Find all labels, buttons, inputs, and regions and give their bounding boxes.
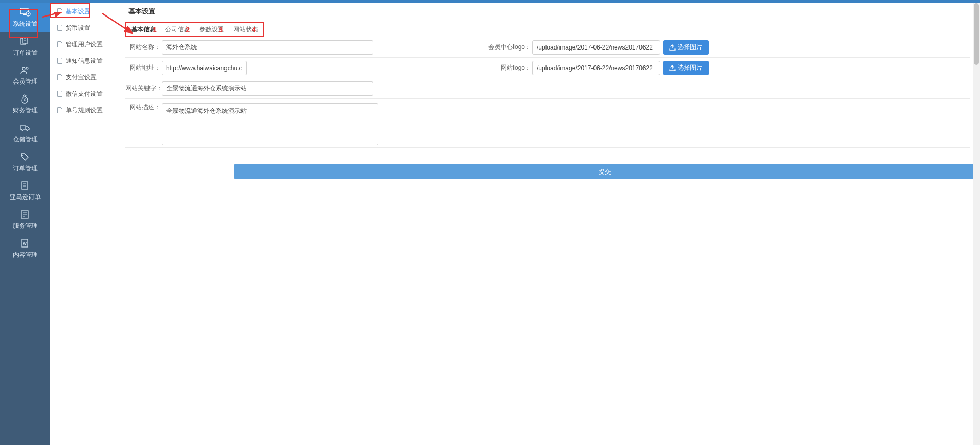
site-url-label: 网站地址： (125, 63, 160, 72)
nav-rail: 系统设置 订单设置 会员管理 ¥ 财务管理 仓储管理 (0, 0, 50, 445)
member-logo-label: 会员中心logo： (487, 43, 531, 52)
side-alipay-settings[interactable]: 支付宝设置 (50, 69, 118, 86)
pick-site-logo-button[interactable]: 选择图片 (663, 61, 709, 75)
doc-icon (20, 180, 31, 191)
side-label: 微信支付设置 (66, 90, 103, 98)
tab-param-settings[interactable]: 参数设置 (195, 23, 229, 36)
svg-point-13 (26, 129, 28, 130)
nav-label: 服务管理 (13, 222, 38, 230)
side-label: 通知信息设置 (66, 57, 103, 65)
files-icon (20, 36, 31, 46)
side-menu: 基本设置 货币设置 管理用户设置 通知信息设置 支付宝设置 微信支付设置 单号规… (50, 0, 118, 445)
file-icon (57, 58, 62, 64)
member-logo-input[interactable] (532, 40, 660, 55)
site-url-input[interactable] (162, 61, 247, 75)
nav-system-settings[interactable]: 系统设置 (0, 3, 50, 32)
file-icon (57, 74, 62, 80)
nav-order-mgmt[interactable]: 订单管理 (0, 147, 50, 176)
nav-finance-mgmt[interactable]: ¥ 财务管理 (0, 90, 50, 119)
nav-label: 内容管理 (13, 251, 38, 259)
site-desc-label: 网站描述： (125, 103, 160, 112)
tab-basic-info[interactable]: 基本信息 (126, 23, 160, 36)
side-label: 支付宝设置 (66, 73, 97, 82)
upload-icon (669, 44, 676, 51)
side-label: 管理用户设置 (66, 40, 103, 49)
svg-point-3 (27, 13, 28, 14)
nav-label: 订单管理 (13, 164, 38, 173)
nav-service-mgmt[interactable]: 服务管理 (0, 205, 50, 234)
file-icon (57, 107, 62, 113)
site-logo-label: 网站logo： (487, 63, 531, 72)
file-icon (57, 8, 62, 14)
word-doc-icon: W (20, 238, 31, 249)
nav-label: 仓储管理 (13, 135, 38, 144)
nav-label: 订单设置 (13, 48, 38, 57)
page-title: 基本设置 (122, 3, 976, 20)
pick-member-logo-button[interactable]: 选择图片 (663, 40, 709, 55)
nav-label: 财务管理 (13, 106, 38, 115)
tabs: 基本信息 公司信息 参数设置 网站状态 (125, 22, 264, 37)
tag-icon (20, 152, 31, 162)
tab-site-status[interactable]: 网站状态 (229, 23, 263, 36)
file-icon (57, 41, 62, 47)
pick-label: 选择图片 (678, 63, 702, 72)
side-notify-settings[interactable]: 通知信息设置 (50, 53, 118, 69)
site-name-label: 网站名称： (125, 43, 160, 52)
nav-label: 会员管理 (13, 77, 38, 86)
nav-amazon-orders[interactable]: 亚马逊订单 (0, 176, 50, 205)
form-area: 网站名称： 会员中心logo： 选择图片 网站地址： (125, 37, 970, 148)
monitor-gear-icon (20, 7, 31, 18)
tab-company-info[interactable]: 公司信息 (160, 23, 195, 36)
svg-point-14 (22, 155, 23, 156)
nav-label: 亚马逊订单 (10, 193, 41, 202)
upload-icon (669, 65, 676, 71)
side-wechat-settings[interactable]: 微信支付设置 (50, 86, 118, 102)
scrollbar[interactable] (973, 3, 980, 445)
side-label: 基本设置 (66, 7, 90, 16)
side-basic-settings[interactable]: 基本设置 (50, 3, 118, 20)
main-content: 基本设置 基本信息 公司信息 参数设置 网站状态 网站名称： 会员中心logo： (118, 0, 980, 445)
side-admin-settings[interactable]: 管理用户设置 (50, 36, 118, 53)
svg-text:¥: ¥ (24, 98, 26, 102)
svg-point-12 (21, 129, 23, 130)
side-orderno-settings[interactable]: 单号规则设置 (50, 102, 118, 119)
pick-label: 选择图片 (678, 43, 702, 52)
page-lines-icon (20, 209, 31, 220)
file-icon (57, 91, 62, 97)
svg-rect-1 (23, 14, 26, 15)
nav-member-mgmt[interactable]: 会员管理 (0, 61, 50, 90)
site-keywords-label: 网站关键字： (125, 84, 160, 93)
truck-icon (20, 123, 31, 133)
svg-point-9 (26, 67, 28, 69)
site-logo-input[interactable] (532, 61, 660, 75)
money-bag-icon: ¥ (20, 94, 31, 104)
svg-text:W: W (23, 241, 27, 246)
submit-button[interactable]: 提交 (234, 164, 976, 179)
side-label: 货币设置 (66, 24, 90, 32)
side-currency-settings[interactable]: 货币设置 (50, 20, 118, 36)
site-keywords-input[interactable] (162, 81, 373, 96)
svg-point-8 (22, 67, 25, 70)
nav-order-settings[interactable]: 订单设置 (0, 32, 50, 61)
svg-rect-11 (20, 126, 26, 129)
nav-label: 系统设置 (13, 20, 38, 28)
file-icon (57, 25, 62, 31)
side-label: 单号规则设置 (66, 106, 103, 115)
nav-content-mgmt[interactable]: W 内容管理 (0, 234, 50, 263)
users-icon (20, 65, 31, 75)
site-desc-textarea[interactable] (162, 103, 378, 145)
nav-warehouse-mgmt[interactable]: 仓储管理 (0, 119, 50, 147)
site-name-input[interactable] (162, 40, 373, 55)
